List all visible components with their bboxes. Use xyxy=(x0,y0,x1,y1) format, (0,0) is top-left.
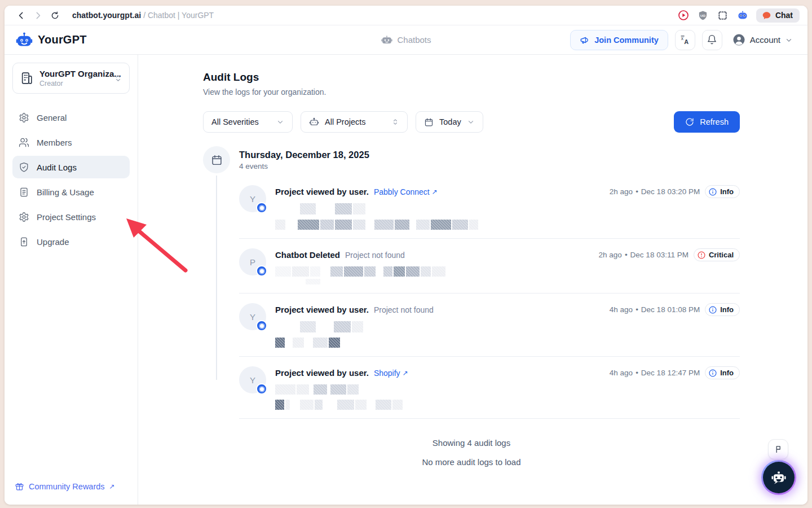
sidebar-item-label: Audit Logs xyxy=(37,163,77,172)
svg-text:A: A xyxy=(684,38,689,45)
document-icon xyxy=(19,187,29,198)
timeline-day-icon xyxy=(203,146,230,173)
account-menu[interactable]: Account xyxy=(729,31,796,49)
join-community-button[interactable]: Join Community xyxy=(570,30,668,50)
audit-log-row[interactable]: Y Project viewed by user. Project not fo… xyxy=(239,294,740,357)
chat-pill-label: Chat xyxy=(775,11,793,20)
severity-badge-critical: Critical xyxy=(694,248,740,261)
severity-badge-info: Info xyxy=(705,185,740,198)
log-title: Project viewed by user. xyxy=(275,368,369,378)
sidebar-item-project-settings[interactable]: Project Settings xyxy=(12,205,130,228)
org-switcher[interactable]: YourGPT Organiza... Creator xyxy=(12,63,130,94)
log-link-label: Pabbly Connect xyxy=(374,187,430,196)
back-button[interactable] xyxy=(12,7,29,23)
log-time: 2h ago•Dec 18 03:11 PM xyxy=(599,251,689,259)
redacted-text xyxy=(275,266,740,277)
url-path: / Chatbot | YourGPT xyxy=(143,11,214,20)
audit-log-row[interactable]: Y Project viewed by user. Pabbly Connect… xyxy=(239,176,740,239)
severity-filter[interactable]: All Severities xyxy=(203,111,293,133)
redacted-text xyxy=(275,400,740,410)
avatar: Y xyxy=(239,185,266,212)
audit-log-row[interactable]: Y Project viewed by user. Shopify ↗ xyxy=(239,357,740,419)
browser-source-badge xyxy=(256,265,267,277)
url-bar[interactable]: chatbot.yourgpt.ai / Chatbot | YourGPT xyxy=(72,11,214,20)
info-icon xyxy=(708,187,717,196)
org-name: YourGPT Organiza... xyxy=(39,69,108,78)
sidebar-item-upgrade[interactable]: Upgrade xyxy=(12,230,130,253)
brand-logo[interactable]: YourGPT xyxy=(16,32,87,49)
timeline-line xyxy=(216,174,217,380)
avatar: Y xyxy=(239,366,266,393)
chat-extension-button[interactable]: Chat xyxy=(756,8,800,23)
sidebar-item-label: General xyxy=(37,113,67,122)
shield-check-icon xyxy=(19,162,29,173)
record-extension-icon[interactable] xyxy=(677,9,690,21)
sidebar-item-audit-logs[interactable]: Audit Logs xyxy=(12,156,130,178)
redacted-text xyxy=(275,384,740,395)
log-project-link[interactable]: Pabbly Connect ↗ xyxy=(374,187,438,196)
sidebar-item-billing-usage[interactable]: Billing & Usage xyxy=(12,181,130,203)
sidebar: YourGPT Organiza... Creator General Memb… xyxy=(5,55,138,505)
chevron-updown-icon xyxy=(114,74,122,82)
back-icon xyxy=(16,11,26,20)
gear-icon xyxy=(19,112,29,123)
flag-icon xyxy=(774,445,783,454)
severity-badge-info: Info xyxy=(705,303,740,316)
account-label: Account xyxy=(750,35,780,45)
app-header: YourGPT Chatbots Join Community xyxy=(5,25,807,55)
sidebar-item-members[interactable]: Members xyxy=(12,131,130,154)
external-link-arrow: ↗ xyxy=(109,483,115,491)
redacted-text xyxy=(275,338,740,348)
redacted-text xyxy=(275,279,740,284)
chevron-down-icon xyxy=(785,36,793,44)
log-project-link[interactable]: Shopify ↗ xyxy=(374,369,408,378)
log-title: Project viewed by user. xyxy=(275,187,369,196)
yourgpt-logo-icon xyxy=(16,32,33,49)
reload-button[interactable] xyxy=(46,7,63,23)
severity-label: Info xyxy=(720,187,734,196)
svg-text:x: x xyxy=(681,36,684,41)
forward-icon xyxy=(33,11,43,20)
chevron-updown-icon xyxy=(391,118,399,126)
redacted-text xyxy=(275,321,740,332)
sidebar-item-general[interactable]: General xyxy=(12,106,130,129)
log-note: Project not found xyxy=(374,305,434,314)
nav-chatbots[interactable]: Chatbots xyxy=(381,34,431,46)
forward-button[interactable] xyxy=(29,7,46,23)
audit-log-row[interactable]: P Chatbot Deleted Project not found 2h a… xyxy=(239,239,740,294)
chatbots-icon xyxy=(381,34,392,46)
community-rewards-link[interactable]: Community Rewards ↗ xyxy=(15,481,127,491)
chatbot-launcher-button[interactable] xyxy=(761,460,796,495)
svg-text:UO: UO xyxy=(700,13,705,17)
shield-extension-icon[interactable]: UO xyxy=(697,9,709,21)
reload-icon xyxy=(50,11,60,20)
page-title: Audit Logs xyxy=(203,71,740,84)
gift-icon xyxy=(15,481,24,491)
project-filter[interactable]: All Projects xyxy=(301,111,408,133)
browser-source-badge xyxy=(256,320,267,331)
severity-label: Info xyxy=(720,305,734,314)
refresh-button[interactable]: Refresh xyxy=(674,111,740,133)
critical-icon xyxy=(697,251,706,260)
avatar-icon xyxy=(732,33,745,46)
redacted-text xyxy=(275,203,740,214)
severity-badge-info: Info xyxy=(705,366,740,379)
external-arrow-icon: ↗ xyxy=(432,188,438,196)
users-icon xyxy=(19,137,29,148)
filters-row: All Severities All Projects Today Refres… xyxy=(203,111,740,133)
robot-extension-icon[interactable] xyxy=(736,9,749,21)
bell-icon xyxy=(707,34,717,45)
timeline-date: Thursday, December 18, 2025 xyxy=(239,150,369,160)
fullscreen-extension-icon[interactable] xyxy=(717,9,729,21)
translate-button[interactable]: x A xyxy=(675,30,695,50)
brand-name: YourGPT xyxy=(38,33,87,46)
feedback-flag-button[interactable] xyxy=(768,439,788,459)
log-time: 4h ago•Dec 18 12:47 PM xyxy=(610,369,700,377)
sidebar-item-label: Project Settings xyxy=(37,212,96,222)
calendar-icon xyxy=(211,154,223,166)
log-title: Chatbot Deleted xyxy=(275,250,340,260)
date-filter[interactable]: Today xyxy=(416,111,483,133)
no-more-text: No more audit logs to load xyxy=(203,457,740,467)
notifications-button[interactable] xyxy=(702,30,722,50)
sidebar-item-label: Members xyxy=(37,138,72,147)
